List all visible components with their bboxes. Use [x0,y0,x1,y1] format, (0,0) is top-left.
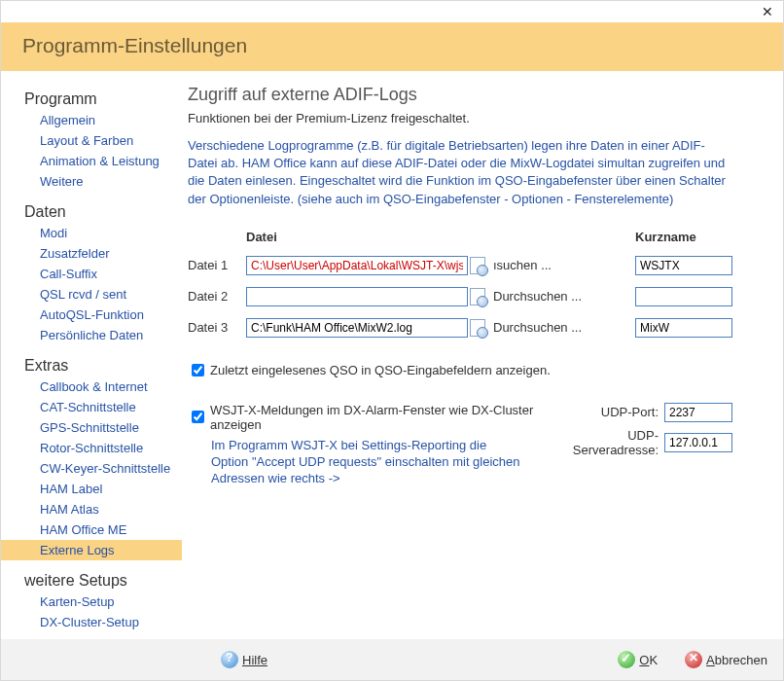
row3-shortname-input[interactable] [635,318,732,338]
last-qso-check-row: Zuletzt eingelesenes QSO in QSO-Eingabef… [188,361,764,379]
last-qso-checkbox[interactable] [192,364,204,376]
sidebar: Programm Allgemein Layout & Farben Anima… [1,71,182,639]
sidebar-item-allgemein[interactable]: Allgemein [1,110,182,130]
help-label: Hilfe [242,653,267,667]
ok-icon [618,651,635,668]
row3-browse-label[interactable]: Durchsuchen ... [489,320,596,335]
row3-browse-icon[interactable] [470,319,485,337]
udp-port-input[interactable] [664,403,732,422]
sidebar-section-weitere-setups: weitere Setups [1,570,182,591]
wsjt-checkbox[interactable] [192,411,204,423]
row3-label: Datei 3 [188,320,246,335]
close-icon[interactable]: ✕ [762,4,773,19]
sidebar-item-ham-label[interactable]: HAM Label [1,479,182,499]
help-button[interactable]: Hilfe [221,651,267,668]
sidebar-item-callbook-internet[interactable]: Callbook & Internet [1,376,182,397]
row3-path-input[interactable] [246,318,468,338]
body: Programm Allgemein Layout & Farben Anima… [1,71,783,639]
sidebar-item-weitere[interactable]: Weitere [1,171,182,192]
wsjt-check-label: WSJT-X-Meldungen im DX-Alarm-Fenster wie… [210,403,556,432]
cancel-label-rest: bbrechen [715,653,767,667]
sidebar-item-autoqsl-funktion[interactable]: AutoQSL-Funktion [1,305,182,325]
sidebar-item-gps-schnittstelle[interactable]: GPS-Schnittstelle [1,417,182,438]
page-subtitle: Funktionen bei der Premium-Lizenz freige… [188,111,764,125]
row2-label: Datei 2 [188,289,246,304]
sidebar-item-karten-setup[interactable]: Karten-Setup [1,591,182,612]
row2-shortname-input[interactable] [635,287,732,306]
udp-server-input[interactable] [664,433,732,452]
help-icon [221,651,238,668]
sidebar-item-cat-schnittstelle[interactable]: CAT-Schnittstelle [1,397,182,417]
wsjt-note: Im Programm WSJT-X bei Settings-Reportin… [211,438,522,487]
sidebar-section-programm: Programm [1,89,182,110]
row2-browse-label[interactable]: Durchsuchen ... [489,289,596,304]
row1-shortname-input[interactable] [635,256,732,275]
udp-server-label: UDP-Serveradresse: [556,428,659,457]
wsjt-block: WSJT-X-Meldungen im DX-Alarm-Fenster wie… [188,403,732,487]
sidebar-item-cw-keyer-schnittstelle[interactable]: CW-Keyer-Schnittstelle [1,458,182,479]
window-title: Programm-Einstellungen [1,22,783,71]
udp-port-label: UDP-Port: [601,405,659,419]
sidebar-item-dx-cluster-setup[interactable]: DX-Cluster-Setup [1,612,182,632]
cancel-icon [685,651,702,668]
col-header-datei: Datei [246,230,470,244]
page-heading: Zugriff auf externe ADIF-Logs [188,85,764,105]
row1-browse-icon[interactable] [470,257,485,274]
sidebar-item-zusatzfelder[interactable]: Zusatzfelder [1,243,182,264]
sidebar-section-extras: Extras [1,355,182,376]
sidebar-item-animation-leistung[interactable]: Animation & Leistung [1,151,182,171]
row1-label: Datei 1 [188,258,246,272]
titlebar: ✕ [1,1,783,22]
sidebar-item-rotor-schnittstelle[interactable]: Rotor-Schnittstelle [1,438,182,458]
content-pane: Zugriff auf externe ADIF-Logs Funktionen… [182,71,783,639]
page-blurb: Verschiedene Logprogramme (z.B. für digi… [188,137,732,208]
row2-path-input[interactable] [246,287,468,306]
sidebar-item-persoenliche-daten[interactable]: Persönliche Daten [1,325,182,345]
sidebar-item-ham-atlas[interactable]: HAM Atlas [1,499,182,520]
sidebar-item-qsl-rcvd-sent[interactable]: QSL rcvd / sent [1,284,182,305]
ok-label-rest: K [649,653,658,667]
col-header-kurzname: Kurzname [635,230,732,244]
sidebar-section-daten: Daten [1,201,182,223]
sidebar-item-modi[interactable]: Modi [1,223,182,243]
row1-browse-label[interactable]: ısuchen ... [489,258,596,272]
row2-browse-icon[interactable] [470,288,485,305]
sidebar-item-externe-logs[interactable]: Externe Logs [1,540,182,560]
file-grid: Datei Kurzname Datei 1 ısuchen ... Datei… [188,230,764,338]
sidebar-item-layout-farben[interactable]: Layout & Farben [1,130,182,151]
row1-path-input[interactable] [246,256,468,275]
settings-window: ✕ Programm-Einstellungen Programm Allgem… [0,0,784,681]
footer: Hilfe OK Abbrechen [1,639,783,680]
last-qso-label: Zuletzt eingelesenes QSO in QSO-Eingabef… [210,363,551,377]
sidebar-item-call-suffix[interactable]: Call-Suffix [1,264,182,284]
ok-button[interactable]: OK [618,651,658,668]
sidebar-item-ham-office-me[interactable]: HAM Office ME [1,520,182,540]
cancel-button[interactable]: Abbrechen [685,651,767,668]
